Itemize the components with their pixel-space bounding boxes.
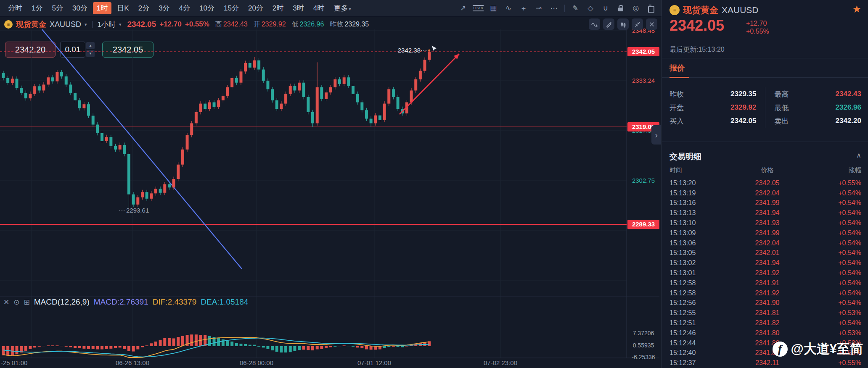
chart-grid bbox=[0, 29, 627, 358]
svg-text:2342.05: 2342.05 bbox=[632, 48, 655, 55]
indicator-settings-icon[interactable]: ⊙ bbox=[13, 298, 19, 307]
trade-change: +0.54% bbox=[804, 189, 861, 197]
trade-row: 15:12:562341.90+0.54% bbox=[670, 298, 861, 308]
eraser-icon[interactable]: ◇ bbox=[584, 3, 597, 14]
timeframe-4分[interactable]: 4分 bbox=[175, 2, 194, 14]
timeframe-30分[interactable]: 30分 bbox=[69, 2, 91, 14]
trade-price: 2341.94 bbox=[731, 259, 804, 267]
trade-time: 15:13:20 bbox=[670, 179, 731, 187]
trades-list: 15:13:202342.05+0.55%15:13:192342.04+0.5… bbox=[670, 178, 861, 368]
expand-indicator-icon[interactable]: ⊞ bbox=[24, 298, 30, 307]
trade-row: 15:12:582341.91+0.54% bbox=[670, 278, 861, 288]
quote-label: 卖出 bbox=[775, 116, 789, 126]
sell-price-button[interactable]: 2342.20 bbox=[5, 42, 56, 58]
timeframe-1时[interactable]: 1时 bbox=[93, 2, 111, 14]
edit-icon[interactable]: ✎ bbox=[569, 3, 582, 14]
timeframe-3分[interactable]: 3分 bbox=[155, 2, 173, 14]
horizontal-line-icon[interactable]: ⊸ bbox=[532, 3, 545, 14]
wave-line-icon[interactable]: ∿ bbox=[502, 3, 515, 14]
divider bbox=[662, 58, 868, 58]
svg-text:-25 01:00: -25 01:00 bbox=[1, 359, 27, 366]
trade-change: +0.53% bbox=[804, 329, 861, 337]
timeframe-2分[interactable]: 2分 bbox=[135, 2, 153, 14]
open-value: 2329.92 bbox=[262, 21, 286, 28]
svg-text:7.37206: 7.37206 bbox=[633, 330, 654, 336]
horizontal-price-lines bbox=[0, 52, 627, 224]
chart-header: ≡ 现货黄金 XAUUSD ▾ 1小时 ▾ 2342.05 +12.70 +0.… bbox=[0, 17, 662, 32]
macd-pane: 7.372060.55935-6.25336 bbox=[2, 330, 655, 360]
magnet-icon[interactable]: ∪ bbox=[599, 3, 612, 14]
close-indicator-icon[interactable]: ✕ bbox=[3, 298, 9, 307]
favorite-star-icon[interactable]: ★ bbox=[852, 3, 861, 15]
timeframe-4时[interactable]: 4时 bbox=[310, 2, 328, 14]
trade-change: +0.54% bbox=[804, 229, 861, 237]
trades-col-价格: 价格 bbox=[731, 166, 804, 174]
indicator-wave-button[interactable] bbox=[589, 18, 600, 30]
quote-row-昨收: 昨收2329.35 bbox=[670, 87, 757, 101]
trades-header-row: 时间价格涨幅 bbox=[670, 166, 861, 174]
timeframe-更多[interactable]: 更多▾ bbox=[330, 2, 355, 14]
collapse-trades-icon[interactable]: ∧ bbox=[856, 151, 861, 159]
close-chart-button[interactable] bbox=[646, 18, 657, 30]
chart-header-buttons bbox=[589, 18, 657, 30]
macd-value: MACD:2.76391 bbox=[94, 297, 148, 307]
trade-time: 15:12:40 bbox=[670, 349, 731, 357]
panel-change-pct: +0.55% bbox=[746, 27, 769, 35]
timeframe-1分[interactable]: 1分 bbox=[28, 2, 46, 14]
lock-icon[interactable] bbox=[614, 3, 627, 14]
svg-text:06-26 13:00: 06-26 13:00 bbox=[116, 359, 149, 366]
image-icon[interactable]: ▦ bbox=[487, 3, 500, 14]
interval-selector[interactable]: 1小时 bbox=[98, 20, 116, 29]
timeframe-日K[interactable]: 日K bbox=[113, 2, 132, 14]
quote-grid: 昨收2329.35开盘2329.92买入2342.05 最高2342.43最低2… bbox=[670, 87, 861, 128]
eye-icon[interactable]: ◎ bbox=[630, 3, 642, 14]
collapse-panel-chevron[interactable]: › bbox=[651, 125, 661, 145]
trade-price: 2341.80 bbox=[731, 329, 804, 337]
trade-price: 2341.99 bbox=[731, 229, 804, 237]
quote-label: 昨收 bbox=[670, 89, 684, 99]
price-change: +12.70 bbox=[159, 20, 181, 29]
trade-change: +0.54% bbox=[804, 259, 861, 267]
timeframe-5分[interactable]: 5分 bbox=[48, 2, 66, 14]
trade-row: 15:12:582341.92+0.54% bbox=[670, 288, 861, 298]
trade-row: 15:12:552341.81+0.53% bbox=[670, 308, 861, 318]
chevron-down-icon[interactable]: ▾ bbox=[85, 22, 87, 27]
trend-line-icon[interactable]: ↗ bbox=[457, 3, 469, 14]
stepper-up-icon[interactable]: ▲ bbox=[86, 42, 95, 49]
draw-pencil-button[interactable] bbox=[603, 18, 614, 30]
trade-time: 15:13:02 bbox=[670, 259, 731, 267]
trade-time: 15:13:16 bbox=[670, 199, 731, 207]
quote-value: 2329.35 bbox=[730, 90, 756, 98]
trade-change: +0.53% bbox=[804, 309, 861, 317]
panel-change: +12.70 +0.55% bbox=[746, 19, 769, 35]
timeframe-20分[interactable]: 20分 bbox=[244, 2, 267, 14]
gold-coin-icon: ≡ bbox=[4, 20, 13, 29]
tab-quote[interactable]: 报价 bbox=[670, 63, 685, 73]
collapse-chart-button[interactable] bbox=[632, 18, 643, 30]
timeframe-分时[interactable]: 分时 bbox=[4, 2, 26, 14]
quantity-field[interactable]: 0.01 bbox=[60, 42, 85, 58]
timeframe-2时[interactable]: 2时 bbox=[269, 2, 287, 14]
price-chart: 2342.382293.612348.482333.242317.992302.… bbox=[0, 17, 662, 368]
buy-price-button[interactable]: 2342.05 bbox=[102, 42, 153, 58]
more-tools-icon[interactable]: ⋯ bbox=[548, 3, 560, 14]
trades-col-时间: 时间 bbox=[670, 166, 731, 174]
timeframe-15分[interactable]: 15分 bbox=[220, 2, 243, 14]
trade-change: +0.54% bbox=[804, 269, 861, 277]
chart-region: ≡ 现货黄金 XAUUSD ▾ 1小时 ▾ 2342.05 +12.70 +0.… bbox=[0, 17, 662, 368]
instrument-name: 现货黄金 bbox=[16, 19, 46, 29]
gold-coin-icon: ≡ bbox=[670, 5, 680, 15]
crosshair-icon[interactable]: ＋ bbox=[517, 3, 530, 14]
timeframe-group: 分时1分5分30分1时日K2分3分4分10分15分20分2时3时4时更多▾ bbox=[4, 2, 355, 14]
stepper-down-icon[interactable]: ▼ bbox=[86, 50, 95, 57]
chart-style-button[interactable] bbox=[617, 18, 629, 30]
timeframe-3时[interactable]: 3时 bbox=[289, 2, 307, 14]
quote-row-最低: 最低2326.96 bbox=[775, 101, 862, 114]
trade-row: 15:12:372342.11+0.55% bbox=[670, 358, 861, 368]
chevron-down-icon[interactable]: ▾ bbox=[119, 22, 122, 27]
fibonacci-icon[interactable]: 0.618 bbox=[472, 3, 484, 14]
trash-icon[interactable] bbox=[645, 3, 657, 14]
trade-time: 15:12:51 bbox=[670, 319, 731, 327]
timeframe-10分[interactable]: 10分 bbox=[196, 2, 218, 14]
quote-value: 2326.96 bbox=[836, 103, 861, 112]
